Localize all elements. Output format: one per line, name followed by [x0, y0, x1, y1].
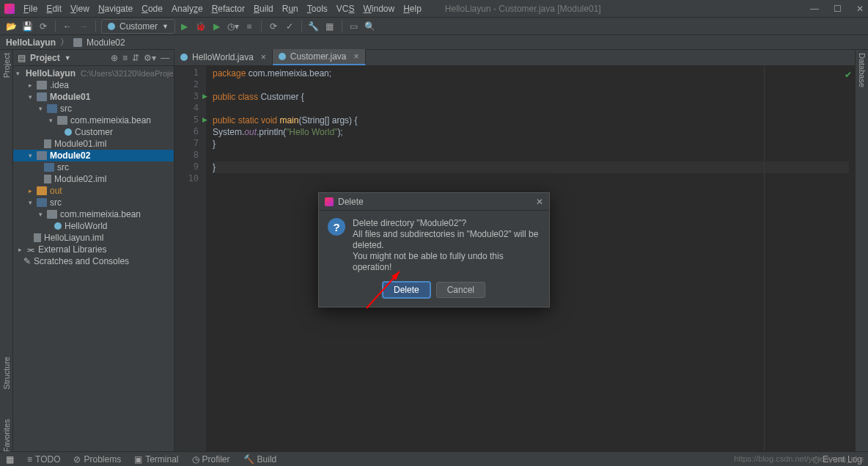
question-icon: ? — [328, 218, 345, 236]
dialog-close-icon[interactable]: ✕ — [536, 197, 543, 207]
delete-button[interactable]: Delete — [383, 282, 430, 298]
dialog-title: Delete — [338, 197, 364, 207]
dialog-message: Delete directory "Module02"? All files a… — [353, 218, 540, 273]
delete-dialog: Delete ✕ ? Delete directory "Module02"? … — [318, 192, 550, 307]
dialog-overlay: Delete ✕ ? Delete directory "Module02"? … — [0, 0, 868, 466]
intellij-logo-icon — [325, 197, 334, 206]
dialog-titlebar[interactable]: Delete ✕ — [319, 193, 549, 211]
cancel-button[interactable]: Cancel — [436, 282, 485, 298]
